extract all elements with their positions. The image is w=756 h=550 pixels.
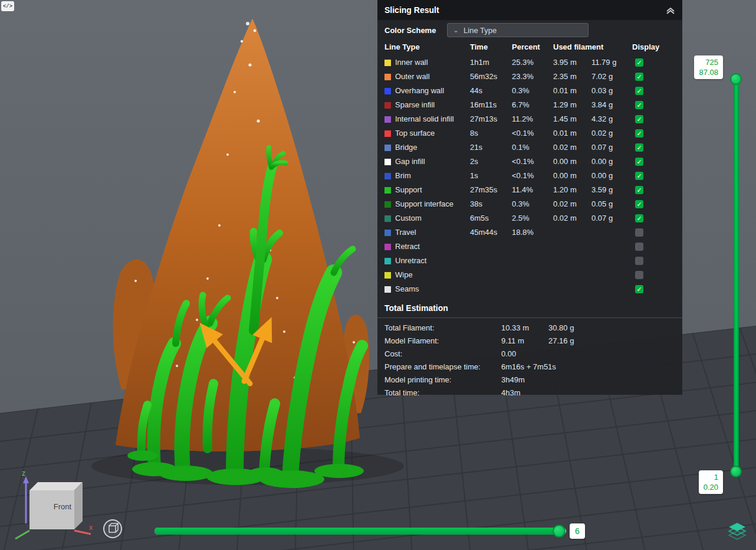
estimation-value: 10.33 m xyxy=(501,322,529,335)
line-type-color-swatch xyxy=(384,102,391,109)
line-type-percent: <0.1% xyxy=(512,126,534,140)
display-checkbox[interactable]: ✓ xyxy=(635,73,643,81)
bottom-layer-height: 0.20 xyxy=(704,482,718,492)
line-type-label: Overhang wall xyxy=(395,84,444,98)
header-percent: Percent xyxy=(512,42,540,51)
line-type-time: 56m32s xyxy=(470,70,497,84)
estimation-value: 4h3m xyxy=(501,387,521,400)
line-type-row: Overhang wall44s0.3%0.01 m0.03 g✓ xyxy=(377,84,682,98)
line-type-filament-length: 0.02 m xyxy=(553,140,577,155)
line-type-label: Gap infill xyxy=(395,155,425,169)
view-orbit-button[interactable] xyxy=(101,518,124,540)
line-type-filament-length: 1.29 m xyxy=(553,98,577,112)
line-type-label: Outer wall xyxy=(395,70,430,84)
line-type-filament-length: 3.95 m xyxy=(553,55,577,70)
estimation-row: Total Filament:10.33 m30.80 g xyxy=(377,322,682,335)
line-type-label: Sparse infill xyxy=(395,98,435,112)
line-type-color-swatch xyxy=(384,159,391,165)
display-checkbox[interactable]: ✓ xyxy=(635,186,643,194)
line-type-percent: 6.7% xyxy=(512,98,530,112)
header-time: Time xyxy=(470,42,488,51)
line-type-filament-length: 0.02 m xyxy=(553,211,577,225)
display-checkbox[interactable]: ✓ xyxy=(635,115,643,123)
line-type-time: 44s xyxy=(470,84,482,98)
color-scheme-dropdown[interactable]: ⌄ Line Type xyxy=(447,23,589,37)
top-layer-height: 87.08 xyxy=(699,67,718,77)
line-type-row: Outer wall56m32s23.3%2.35 m7.02 g✓ xyxy=(377,70,682,84)
line-type-filament-weight: 7.02 g xyxy=(591,70,613,84)
line-type-label: Bridge xyxy=(395,140,418,155)
line-type-label: Top surface xyxy=(395,126,435,140)
line-type-color-swatch xyxy=(384,116,391,123)
layer-slider-bottom-handle[interactable] xyxy=(730,466,742,477)
line-type-label: Retract xyxy=(395,240,420,254)
display-checkbox[interactable]: ✓ xyxy=(635,143,643,152)
display-checkbox[interactable]: ✓ xyxy=(635,200,643,208)
line-type-color-swatch xyxy=(384,258,391,264)
line-type-color-swatch xyxy=(384,130,391,137)
estimation-row: Prepare and timelapse time:6m16s + 7m51s xyxy=(377,361,682,374)
step-slider-handle[interactable] xyxy=(553,525,566,538)
display-checkbox[interactable] xyxy=(635,228,643,237)
line-type-filament-weight: 0.00 g xyxy=(591,155,613,169)
line-type-color-swatch xyxy=(384,74,391,80)
line-type-time: 27m13s xyxy=(470,112,497,126)
display-checkbox[interactable] xyxy=(635,271,643,279)
display-checkbox[interactable] xyxy=(635,257,643,265)
layer-slider-top-handle[interactable] xyxy=(730,73,742,85)
cube-front-face-label[interactable]: Front xyxy=(40,502,86,511)
line-type-row: Bridge21s0.1%0.02 m0.07 g✓ xyxy=(377,140,682,155)
layers-view-button[interactable] xyxy=(728,522,747,541)
line-type-row: Brim1s<0.1%0.00 m0.00 g✓ xyxy=(377,169,682,183)
line-type-filament-length: 1.20 m xyxy=(553,183,577,197)
line-type-time: 45m44s xyxy=(470,225,497,240)
slicing-result-panel: Slicing Result Color Scheme ⌄ Line Type … xyxy=(377,0,682,395)
line-type-time: 27m35s xyxy=(470,183,497,197)
layer-slider-track[interactable] xyxy=(734,78,739,472)
line-type-row: Travel45m44s18.8% xyxy=(377,225,682,240)
display-checkbox[interactable]: ✓ xyxy=(635,172,643,180)
line-type-filament-weight: 0.02 g xyxy=(591,126,613,140)
estimation-label: Model Filament: xyxy=(384,335,439,348)
line-type-filament-length: 0.01 m xyxy=(553,126,577,140)
line-type-label: Inner wall xyxy=(395,55,428,70)
display-checkbox[interactable]: ✓ xyxy=(635,285,643,293)
line-type-time: 16m11s xyxy=(470,98,497,112)
display-checkbox[interactable]: ✓ xyxy=(635,129,643,138)
line-type-color-swatch xyxy=(384,244,391,250)
line-type-row: Sparse infill16m11s6.7%1.29 m3.84 g✓ xyxy=(377,98,682,112)
display-checkbox[interactable]: ✓ xyxy=(635,87,643,95)
line-type-label: Brim xyxy=(395,169,411,183)
line-type-time: 6m5s xyxy=(470,211,489,225)
line-type-row: Wipe xyxy=(377,268,682,282)
navigation-cube[interactable]: Front z x xyxy=(12,468,106,546)
total-estimation-title: Total Estimation xyxy=(377,296,682,317)
axis-x-label: x xyxy=(89,523,93,532)
estimation-label: Model printing time: xyxy=(384,374,451,387)
line-type-row: Gap infill2s<0.1%0.00 m0.00 g✓ xyxy=(377,155,682,169)
estimation-row: Cost:0.00 xyxy=(377,348,682,361)
estimation-row: Model printing time:3h49m xyxy=(377,374,682,387)
line-type-label: Support xyxy=(395,183,422,197)
line-type-color-swatch xyxy=(384,286,391,293)
line-type-row: Top surface8s<0.1%0.01 m0.02 g✓ xyxy=(377,126,682,140)
line-type-filament-weight: 0.05 g xyxy=(591,197,613,211)
line-type-row: Unretract xyxy=(377,254,682,268)
total-estimation-rows: Total Filament:10.33 m30.80 gModel Filam… xyxy=(377,318,682,400)
line-type-row: Custom6m5s2.5%0.02 m0.07 g✓ xyxy=(377,211,682,225)
line-type-label: Internal solid infill xyxy=(395,112,454,126)
line-type-row: Support interface38s0.3%0.02 m0.05 g✓ xyxy=(377,197,682,211)
line-type-color-swatch xyxy=(384,60,391,66)
display-checkbox[interactable]: ✓ xyxy=(635,101,643,109)
line-type-percent: 2.5% xyxy=(512,211,530,225)
line-type-color-swatch xyxy=(384,272,391,279)
display-checkbox[interactable] xyxy=(635,243,643,251)
display-checkbox[interactable]: ✓ xyxy=(635,158,643,166)
layer-slider-bottom-badge: 1 0.20 xyxy=(699,470,723,494)
display-checkbox[interactable]: ✓ xyxy=(635,58,643,67)
line-type-row: Retract xyxy=(377,240,682,254)
collapse-panel-icon[interactable] xyxy=(666,6,675,14)
line-type-color-swatch xyxy=(384,88,391,94)
display-checkbox[interactable]: ✓ xyxy=(635,214,643,222)
line-type-percent: <0.1% xyxy=(512,155,534,169)
